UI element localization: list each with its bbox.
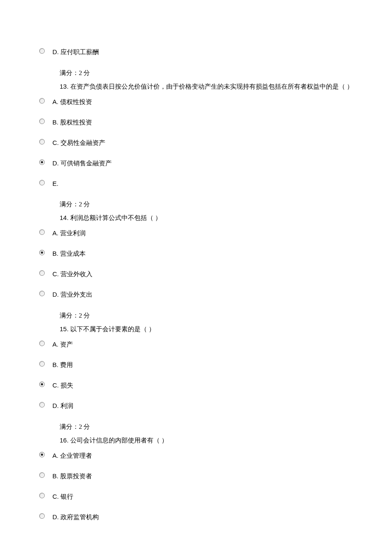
option-letter: C.: [52, 139, 59, 146]
score-label: 满分：2 分: [60, 67, 366, 79]
option-body: 债权性投资: [60, 98, 92, 105]
option-row: E.: [39, 179, 366, 188]
radio-button[interactable]: [39, 159, 45, 165]
option-text: D.利润: [52, 402, 73, 410]
option-letter: B.: [52, 361, 58, 368]
option-text: D.营业外支出: [52, 291, 92, 299]
option-row: A.资产: [39, 339, 366, 349]
radio-button[interactable]: [39, 229, 45, 235]
radio-button[interactable]: [39, 341, 45, 346]
radio-button[interactable]: [39, 98, 45, 104]
option-text: B.股权性投资: [52, 119, 92, 127]
option-text: D.应付职工薪酬: [52, 48, 99, 56]
question-meta: 满分：2 分13.在资产负债表日按公允价值计价，由于价格变动产生的未实现持有损益…: [60, 67, 366, 92]
option-text: B.费用: [52, 361, 73, 369]
option-text: C.损失: [52, 382, 73, 390]
option-body: 营业成本: [60, 250, 86, 257]
option-letter: D.: [52, 402, 59, 409]
option-letter: B.: [52, 472, 58, 480]
option-body: 交易性金融资产: [61, 139, 105, 146]
question-body: 以下不属于会计要素的是（ ）: [70, 326, 155, 332]
option-body: 应付职工薪酬: [61, 49, 99, 55]
radio-button[interactable]: [39, 180, 45, 185]
option-row: B.股权性投资: [39, 117, 366, 127]
question-text: 14.利润总额计算公式中不包括（ ）: [60, 212, 366, 224]
option-body: 股票投资者: [60, 473, 92, 480]
option-row: D.利润: [39, 401, 366, 410]
radio-button[interactable]: [39, 472, 45, 478]
option-row: C.交易性金融资产: [39, 138, 366, 147]
option-body: 营业外支出: [61, 291, 92, 298]
question-number: 15.: [60, 325, 69, 332]
option-letter: C.: [52, 270, 59, 278]
option-letter: A.: [52, 341, 58, 348]
option-letter: B.: [52, 250, 58, 257]
option-letter: D.: [52, 48, 59, 55]
option-body: 企业管理者: [60, 452, 92, 459]
option-body: 银行: [61, 493, 73, 500]
option-letter: D.: [52, 159, 59, 167]
option-text: A.营业利润: [52, 229, 86, 237]
option-row: D.应付职工薪酬: [39, 47, 366, 56]
option-row: C.营业外收入: [39, 269, 366, 278]
option-row: D.可供销售金融资产: [39, 158, 366, 168]
option-row: A.债权性投资: [39, 97, 366, 106]
option-text: A.债权性投资: [52, 98, 92, 106]
option-letter: C.: [52, 493, 59, 500]
option-letter: A.: [52, 452, 58, 459]
question-number: 14.: [60, 214, 69, 221]
option-body: 可供销售金融资产: [61, 160, 112, 167]
score-label: 满分：2 分: [60, 199, 366, 210]
option-letter: B.: [52, 119, 58, 126]
question-text: 15.以下不属于会计要素的是（ ）: [60, 323, 366, 335]
score-label: 满分：2 分: [60, 421, 366, 433]
option-body: 营业外收入: [61, 271, 92, 278]
option-body: 股权性投资: [60, 119, 92, 126]
option-letter: C.: [52, 382, 59, 389]
radio-button[interactable]: [39, 382, 45, 387]
radio-button[interactable]: [39, 452, 45, 457]
radio-button[interactable]: [39, 270, 45, 276]
option-body: 政府监管机构: [61, 514, 99, 520]
option-letter: A.: [52, 229, 58, 237]
question-meta: 满分：2 分14.利润总额计算公式中不包括（ ）: [60, 199, 366, 224]
question-meta: 满分：2 分15.以下不属于会计要素的是（ ）: [60, 310, 366, 335]
option-text: A.资产: [52, 341, 73, 349]
option-text: D.政府监管机构: [52, 513, 99, 521]
option-body: 损失: [61, 382, 73, 389]
question-number: 16.: [60, 436, 69, 444]
option-row: A.营业利润: [39, 228, 366, 237]
radio-button[interactable]: [39, 493, 45, 498]
question-meta: 满分：2 分16.公司会计信息的内部使用者有（ ）: [60, 421, 366, 446]
question-text: 13.在资产负债表日按公允价值计价，由于价格变动产生的未实现持有损益包括在所有者…: [60, 81, 366, 92]
option-letter: A.: [52, 98, 58, 105]
radio-button[interactable]: [39, 361, 45, 367]
radio-button[interactable]: [39, 513, 45, 519]
option-body: 利润: [61, 402, 73, 409]
option-text: D.可供销售金融资产: [52, 159, 112, 168]
option-text: B.营业成本: [52, 250, 86, 258]
option-row: B.营业成本: [39, 249, 366, 258]
option-row: C.银行: [39, 491, 366, 501]
option-row: B.股票投资者: [39, 471, 366, 480]
option-text: B.股票投资者: [52, 472, 92, 480]
radio-button[interactable]: [39, 119, 45, 124]
radio-button[interactable]: [39, 250, 45, 255]
question-body: 利润总额计算公式中不包括（ ）: [70, 214, 161, 221]
option-text: E.: [52, 180, 60, 188]
radio-button[interactable]: [39, 139, 45, 145]
option-text: C.营业外收入: [52, 270, 92, 278]
option-letter: D.: [52, 291, 59, 298]
radio-button[interactable]: [39, 291, 45, 296]
option-body: 资产: [60, 341, 73, 348]
radio-button[interactable]: [39, 48, 45, 54]
option-row: C.损失: [39, 380, 366, 390]
question-body: 在资产负债表日按公允价值计价，由于价格变动产生的未实现持有损益包括在所有者权益中…: [70, 83, 353, 90]
question-number: 13.: [60, 83, 69, 90]
option-row: D.营业外支出: [39, 289, 366, 299]
score-label: 满分：2 分: [60, 310, 366, 321]
option-text: C.银行: [52, 493, 73, 501]
option-text: C.交易性金融资产: [52, 139, 105, 147]
radio-button[interactable]: [39, 402, 45, 408]
option-body: 费用: [60, 361, 73, 368]
